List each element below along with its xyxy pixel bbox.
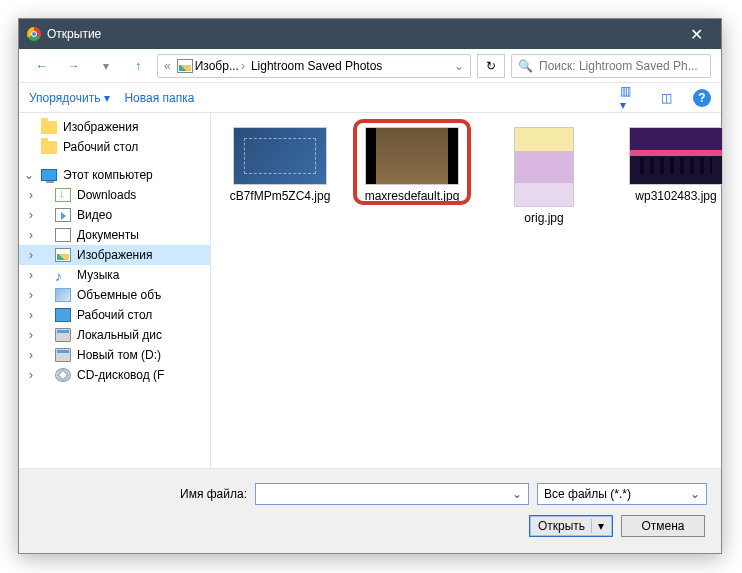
open-file-dialog: Открытие ✕ ← → ▾ ↑ « Изобр... › Lightroo…	[18, 18, 722, 554]
folder-icon	[41, 121, 57, 134]
file-name: cB7fMPm5ZC4.jpg	[230, 189, 331, 205]
file-name: wp3102483.jpg	[635, 189, 716, 205]
search-icon: 🔍	[518, 59, 533, 73]
up-button[interactable]: ↑	[125, 54, 151, 78]
filename-label: Имя файла:	[33, 487, 247, 501]
drive-icon	[55, 328, 71, 342]
pictures-icon	[55, 248, 71, 262]
forward-button[interactable]: →	[61, 54, 87, 78]
chrome-icon	[27, 27, 41, 41]
help-button[interactable]: ?	[693, 89, 711, 107]
file-item[interactable]: wp3102483.jpg	[621, 127, 731, 205]
music-icon	[55, 268, 71, 282]
new-folder-button[interactable]: Новая папка	[124, 91, 194, 105]
search-placeholder: Поиск: Lightroom Saved Ph...	[539, 59, 698, 73]
titlebar: Открытие ✕	[19, 19, 721, 49]
view-menu[interactable]: ▥ ▾	[613, 87, 639, 109]
breadcrumb-folder[interactable]: Lightroom Saved Photos	[251, 59, 382, 73]
tree-downloads[interactable]: ›Downloads	[19, 185, 210, 205]
folder-icon	[41, 141, 57, 154]
desktop-icon	[55, 308, 71, 322]
tree-desktop-quick[interactable]: Рабочий стол	[19, 137, 210, 157]
drive-icon	[55, 348, 71, 362]
pc-icon	[41, 169, 57, 181]
file-name: orig.jpg	[524, 211, 563, 227]
file-name: maxresdefault.jpg	[365, 189, 460, 205]
thumbnail	[514, 127, 574, 207]
recent-dropdown[interactable]: ▾	[93, 54, 119, 78]
chevron-down-icon[interactable]: ⌄	[686, 487, 704, 501]
search-box[interactable]: 🔍 Поиск: Lightroom Saved Ph...	[511, 54, 711, 78]
cancel-button[interactable]: Отмена	[621, 515, 705, 537]
tree-this-pc[interactable]: ⌄Этот компьютер	[19, 165, 210, 185]
downloads-icon	[55, 188, 71, 202]
pictures-icon	[177, 59, 193, 73]
tree-local-disk-c[interactable]: ›Локальный дис	[19, 325, 210, 345]
nav-tree[interactable]: Изображения Рабочий стол ⌄Этот компьютер…	[19, 113, 211, 468]
tree-documents[interactable]: ›Документы	[19, 225, 210, 245]
file-item-highlighted[interactable]: maxresdefault.jpg	[357, 127, 467, 205]
breadcrumb-images[interactable]: Изобр... ›	[177, 59, 245, 73]
address-dropdown-icon[interactable]: ⌄	[454, 59, 464, 73]
thumbnail	[233, 127, 327, 185]
close-button[interactable]: ✕	[680, 21, 713, 48]
tree-video[interactable]: ›Видео	[19, 205, 210, 225]
file-item[interactable]: orig.jpg	[489, 127, 599, 227]
tree-3d-objects[interactable]: ›Объемные объ	[19, 285, 210, 305]
toolbar: Упорядочить▾ Новая папка ▥ ▾ ◫ ?	[19, 83, 721, 113]
file-list[interactable]: cB7fMPm5ZC4.jpg maxresdefault.jpg orig.j…	[211, 113, 742, 468]
documents-icon	[55, 228, 71, 242]
tree-new-volume-d[interactable]: ›Новый том (D:)	[19, 345, 210, 365]
chevron-down-icon: ▾	[598, 519, 604, 533]
3d-objects-icon	[55, 288, 71, 302]
address-bar[interactable]: « Изобр... › Lightroom Saved Photos ⌄	[157, 54, 471, 78]
chevron-down-icon: ▾	[104, 91, 110, 105]
chevron-down-icon[interactable]: ⌄	[508, 487, 526, 501]
window-title: Открытие	[47, 27, 101, 41]
filename-input[interactable]: ⌄	[255, 483, 529, 505]
bottom-panel: Имя файла: ⌄ Все файлы (*.*) ⌄ Открыть▾ …	[19, 468, 721, 553]
tree-pictures-quick[interactable]: Изображения	[19, 117, 210, 137]
tree-pictures[interactable]: ›Изображения	[19, 245, 210, 265]
thumbnail	[629, 127, 723, 185]
video-icon	[55, 208, 71, 222]
file-item[interactable]: cB7fMPm5ZC4.jpg	[225, 127, 335, 205]
tree-desktop[interactable]: ›Рабочий стол	[19, 305, 210, 325]
refresh-button[interactable]: ↻	[477, 54, 505, 78]
collapse-icon[interactable]: ⌄	[23, 168, 35, 182]
preview-pane-toggle[interactable]: ◫	[653, 87, 679, 109]
file-type-filter[interactable]: Все файлы (*.*) ⌄	[537, 483, 707, 505]
open-button[interactable]: Открыть▾	[529, 515, 613, 537]
tree-cd-drive[interactable]: ›CD-дисковод (F	[19, 365, 210, 385]
tree-music[interactable]: ›Музыка	[19, 265, 210, 285]
thumbnail	[365, 127, 459, 185]
organize-menu[interactable]: Упорядочить▾	[29, 91, 110, 105]
chevron-left-icon: «	[164, 59, 171, 73]
cd-icon	[55, 368, 71, 382]
nav-row: ← → ▾ ↑ « Изобр... › Lightroom Saved Pho…	[19, 49, 721, 83]
back-button[interactable]: ←	[29, 54, 55, 78]
